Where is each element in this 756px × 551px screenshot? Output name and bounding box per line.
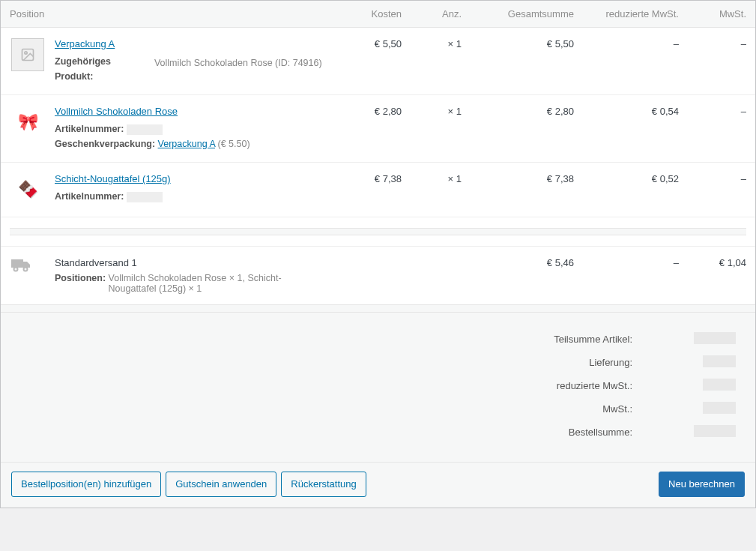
- meta-value: Vollmilch Schokoladen Rose (ID: 74916): [154, 55, 349, 70]
- shipping-name: Standardversand 1: [55, 257, 137, 268]
- col-reduced-vat: reduzierte MwSt.: [583, 1, 688, 28]
- cell-total: € 2,80: [471, 95, 583, 163]
- shipping-desc-cell: Standardversand 1 Positionen: Vollmilch …: [46, 247, 343, 305]
- cell-cost: € 2,80: [343, 95, 411, 163]
- image-placeholder-icon: [20, 47, 35, 62]
- refund-button[interactable]: Rückerstattung: [281, 472, 366, 497]
- cell-cost: € 5,50: [343, 28, 411, 95]
- cell-vat: –: [688, 28, 755, 95]
- cell-reduced-vat: € 0,54: [583, 95, 688, 163]
- totals-label-vat: MwSt.:: [20, 397, 646, 421]
- line-item-row: 🍫 Schicht-Nougattafel (125g) Artikelnumm…: [1, 163, 755, 217]
- svg-point-4: [24, 268, 28, 271]
- add-items-button[interactable]: Bestellposition(en) hinzufügen: [11, 472, 161, 497]
- totals-row-order-total: Bestellsumme:: [20, 421, 736, 444]
- desc-cell: Schicht-Nougattafel (125g) Artikelnummer…: [46, 163, 343, 217]
- desc-cell: Vollmilch Schokoladen Rose Artikelnummer…: [46, 95, 343, 163]
- totals-label-shipping: Lieferung:: [20, 351, 646, 374]
- shipping-positions-text: Vollmilch Schokoladen Rose × 1, Schicht-…: [109, 273, 303, 294]
- col-qty: Anz.: [411, 1, 471, 28]
- svg-rect-2: [11, 259, 23, 268]
- actions-right: Neu berechnen: [659, 472, 745, 497]
- meta-suffix-giftwrap: (€ 5.50): [218, 139, 250, 149]
- meta-label: ZugehörigesProdukt:: [55, 56, 111, 82]
- apply-coupon-button[interactable]: Gutschein anwenden: [166, 472, 276, 497]
- totals-value-reduced-vat: [646, 374, 736, 397]
- truck-icon: [11, 259, 31, 275]
- cell-qty: × 1: [411, 28, 471, 95]
- product-thumbnail: 🎀: [11, 106, 44, 139]
- totals-value-subtotal: [646, 328, 736, 351]
- svg-point-1: [25, 52, 27, 54]
- product-thumbnail-placeholder: [11, 38, 44, 71]
- product-meta: Artikelnummer: Geschenkverpackung: Verpa…: [55, 121, 334, 151]
- shipping-vat-cell: € 1,04: [688, 247, 755, 305]
- shipping-row: Standardversand 1 Positionen: Vollmilch …: [1, 247, 755, 305]
- col-vat: MwSt.: [688, 1, 755, 28]
- cell-cost: € 7,38: [343, 163, 411, 217]
- cell-total: € 5,50: [471, 28, 583, 95]
- line-item-row: 🎀 Vollmilch Schokoladen Rose Artikelnumm…: [1, 95, 755, 163]
- col-total: Gesamtsumme: [471, 1, 583, 28]
- actions-left: Bestellposition(en) hinzufügen Gutschein…: [11, 472, 366, 497]
- meta-value-sku-redacted: [127, 124, 163, 135]
- product-thumbnail: 🍫: [11, 173, 44, 206]
- product-meta: ZugehörigesProdukt: Vollmilch Schokolade…: [55, 54, 334, 84]
- totals-label-subtotal: Teilsumme Artikel:: [20, 328, 646, 351]
- shipping-separator: [1, 217, 755, 247]
- col-cost: Kosten: [343, 1, 411, 28]
- shipping-reduced-vat-cell: –: [583, 247, 688, 305]
- totals-value-vat: [646, 397, 736, 421]
- product-meta: Artikelnummer:: [55, 189, 334, 204]
- cell-qty: × 1: [411, 163, 471, 217]
- totals-block: Teilsumme Artikel: Lieferung: reduzierte…: [1, 312, 755, 462]
- cell-reduced-vat: –: [583, 28, 688, 95]
- col-position: Position: [1, 1, 343, 28]
- totals-row-reduced-vat: reduzierte MwSt.:: [20, 374, 736, 397]
- meta-link-giftwrap[interactable]: Verpackung A: [158, 139, 215, 149]
- totals-row-subtotal: Teilsumme Artikel:: [20, 328, 736, 351]
- totals-value-order-total: [646, 421, 736, 444]
- shipping-qty-cell: [411, 247, 471, 305]
- line-item-row: Verpackung A ZugehörigesProdukt: Vollmil…: [1, 28, 755, 95]
- product-link[interactable]: Verpackung A: [55, 38, 115, 49]
- meta-label-giftwrap: Geschenkverpackung:: [55, 139, 155, 149]
- cell-qty: × 1: [411, 95, 471, 163]
- totals-row-vat: MwSt.:: [20, 397, 736, 421]
- actions-bar: Bestellposition(en) hinzufügen Gutschein…: [1, 462, 755, 508]
- shipping-cost-cell: [343, 247, 411, 305]
- meta-value-sku-redacted: [127, 192, 163, 202]
- table-header-row: Position Kosten Anz. Gesamtsumme reduzie…: [1, 1, 755, 28]
- cell-vat: –: [688, 95, 755, 163]
- svg-point-3: [14, 268, 18, 271]
- shipping-positions-label: Positionen:: [55, 273, 106, 283]
- totals-row-shipping: Lieferung:: [20, 351, 736, 374]
- cell-vat: –: [688, 163, 755, 217]
- shipping-meta: Positionen: Vollmilch Schokoladen Rose ×…: [55, 273, 334, 294]
- meta-label-sku: Artikelnummer:: [55, 124, 124, 134]
- cell-reduced-vat: € 0,52: [583, 163, 688, 217]
- totals-separator: [1, 304, 755, 312]
- cell-total: € 7,38: [471, 163, 583, 217]
- totals-label-order-total: Bestellsumme:: [20, 421, 646, 444]
- thumb-cell: 🍫: [1, 163, 46, 217]
- desc-cell: Verpackung A ZugehörigesProdukt: Vollmil…: [46, 28, 343, 95]
- thumb-cell: [1, 28, 46, 95]
- product-link[interactable]: Schicht-Nougattafel (125g): [55, 173, 171, 184]
- totals-table: Teilsumme Artikel: Lieferung: reduzierte…: [20, 328, 736, 444]
- recalculate-button[interactable]: Neu berechnen: [659, 472, 745, 497]
- thumb-cell: 🎀: [1, 95, 46, 163]
- totals-value-shipping: [646, 351, 736, 374]
- meta-label-sku: Artikelnummer:: [55, 191, 124, 202]
- totals-label-reduced-vat: reduzierte MwSt.:: [20, 374, 646, 397]
- order-items-panel: Position Kosten Anz. Gesamtsumme reduzie…: [0, 0, 756, 508]
- product-link[interactable]: Vollmilch Schokoladen Rose: [55, 106, 178, 117]
- shipping-icon-cell: [1, 247, 46, 305]
- order-items-table: Position Kosten Anz. Gesamtsumme reduzie…: [1, 1, 755, 304]
- shipping-total-cell: € 5,46: [471, 247, 583, 305]
